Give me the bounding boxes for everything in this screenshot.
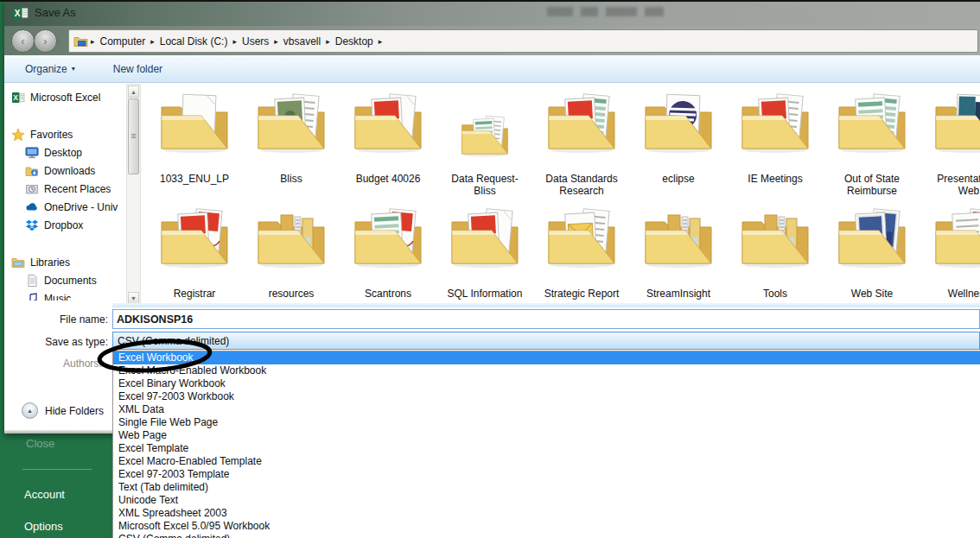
save-as-screen: Close Account Options X Save As ‹ › ▾ bbox=[0, 0, 980, 538]
folder-icon bbox=[445, 86, 525, 166]
folder-item-tools[interactable]: Tools bbox=[727, 201, 824, 300]
filetype-option-excel-97-2003-workbook[interactable]: Excel 97-2003 Workbook bbox=[113, 390, 980, 403]
breadcrumb-item-desktop[interactable]: Desktop bbox=[331, 35, 378, 47]
sidebar-item-onedrive-univ[interactable]: OneDrive - Univ bbox=[11, 198, 124, 216]
sidebar-item-label: Libraries bbox=[30, 256, 70, 269]
filetype-option-xml-spreadsheet-2003[interactable]: XML Spreadsheet 2003 bbox=[113, 507, 980, 520]
folder-label: IE Meetings bbox=[732, 173, 818, 185]
sidebar-item-label: OneDrive - Univ bbox=[44, 201, 118, 213]
folder-icon bbox=[639, 86, 718, 166]
downloads-icon bbox=[25, 164, 39, 178]
folder-item-sql-information[interactable]: SQL Information bbox=[436, 201, 533, 300]
folder-item-wellness[interactable]: Wellness bbox=[920, 201, 980, 300]
folder-item-1033-enu-lp[interactable]: 1033_ENU_LP bbox=[146, 86, 243, 185]
list-form-separator bbox=[112, 303, 980, 307]
folder-label: Strategic Report bbox=[538, 288, 625, 300]
filetype-option-single-file-web-page[interactable]: Single File Web Page bbox=[113, 416, 980, 429]
folder-icon bbox=[735, 201, 815, 281]
folder-item-data-request-bliss[interactable]: Data Request-Bliss bbox=[436, 86, 533, 197]
backstage-item-account[interactable]: Account bbox=[24, 488, 65, 501]
folder-icon bbox=[542, 201, 621, 281]
address-bar-row: ‹ › ▾ ▸Computer▸Local Disk (C:)▸Users▸vb… bbox=[4, 26, 980, 55]
scroll-down-icon[interactable]: ▼ bbox=[128, 292, 139, 304]
folder-label: Data Request-Bliss bbox=[442, 173, 528, 197]
svg-text:X: X bbox=[15, 9, 21, 18]
save-as-type-combobox[interactable]: CSV (Comma delimited) bbox=[112, 332, 980, 350]
sidebar-spacer bbox=[11, 234, 124, 253]
sidebar-item-music[interactable]: Music bbox=[11, 289, 124, 301]
filetype-option-web-page[interactable]: Web Page bbox=[113, 429, 980, 442]
folder-item-streaminsight[interactable]: StreamInsight bbox=[630, 201, 727, 300]
folder-label: Tools bbox=[732, 288, 818, 300]
music-icon bbox=[25, 292, 39, 301]
filetype-option-csv-comma-delimited[interactable]: CSV (Comma delimited) bbox=[113, 533, 980, 538]
breadcrumb[interactable]: ▸Computer▸Local Disk (C:)▸Users▸vbsavell… bbox=[68, 29, 978, 53]
scrollbar-thumb[interactable] bbox=[128, 98, 139, 174]
sidebar-item-favorites[interactable]: Favorites bbox=[11, 125, 124, 143]
backstage-item-close: Close bbox=[26, 437, 54, 450]
sidebar-item-desktop[interactable]: Desktop bbox=[11, 143, 124, 161]
breadcrumb-item-local-disk-c[interactable]: Local Disk (C:) bbox=[156, 35, 232, 47]
folder-item-resources[interactable]: resources bbox=[243, 201, 340, 300]
folder-item-budget-40026[interactable]: Budget 40026 bbox=[340, 86, 436, 185]
folder-item-registrar[interactable]: Registrar bbox=[146, 201, 243, 300]
folder-icon bbox=[348, 86, 428, 166]
filetype-option-excel-template[interactable]: Excel Template bbox=[113, 442, 980, 455]
sidebar-item-label: Dropbox bbox=[44, 219, 83, 231]
folder-item-web-site[interactable]: Web Site bbox=[824, 201, 920, 300]
folder-item-presentations-web[interactable]: Presentations Web bbox=[920, 86, 980, 197]
scroll-up-icon[interactable]: ▲ bbox=[128, 85, 139, 98]
recent-pages-dropdown-icon[interactable]: ▾ bbox=[57, 37, 60, 45]
folder-label: SQL Information bbox=[442, 288, 528, 300]
backstage-item-options[interactable]: Options bbox=[24, 520, 63, 533]
sidebar-item-libraries[interactable]: Libraries bbox=[11, 253, 124, 271]
breadcrumb-separator-icon: ▸ bbox=[378, 37, 384, 46]
folder-label: Presentations Web bbox=[926, 173, 980, 197]
folder-icon bbox=[251, 86, 331, 166]
sidebar-item-microsoft-excel[interactable]: XMicrosoft Excel bbox=[11, 88, 124, 106]
organize-label: Organize bbox=[25, 63, 67, 75]
folder-item-bliss[interactable]: Bliss bbox=[243, 86, 340, 185]
organize-button[interactable]: Organize ▾ bbox=[25, 63, 75, 75]
sidebar-scrollbar[interactable]: ▲ ▼ bbox=[126, 84, 141, 306]
folder-item-scantrons[interactable]: Scantrons bbox=[340, 201, 436, 300]
document-icon bbox=[25, 274, 39, 288]
file-name-input[interactable] bbox=[112, 309, 980, 329]
folder-item-out-of-state-reimburse[interactable]: Out of State Reimburse bbox=[824, 86, 920, 197]
folder-label: Web Site bbox=[829, 288, 915, 300]
folder-icon bbox=[639, 201, 718, 281]
filetype-option-text-tab-delimited[interactable]: Text (Tab delimited) bbox=[113, 481, 980, 494]
folder-item-eclipse[interactable]: eclipse bbox=[630, 86, 727, 185]
monitor-icon bbox=[25, 146, 39, 160]
dropbox-icon bbox=[25, 218, 39, 232]
backstage-divider bbox=[22, 469, 92, 470]
forward-button[interactable]: › bbox=[34, 29, 57, 53]
back-button[interactable]: ‹ bbox=[11, 29, 35, 53]
hide-folders-button[interactable]: ▲ Hide Folders bbox=[22, 402, 104, 419]
filetype-option-excel-workbook[interactable]: Excel Workbook bbox=[113, 351, 980, 364]
folder-label: Registrar bbox=[151, 288, 238, 300]
sidebar-item-label: Microsoft Excel bbox=[30, 92, 100, 104]
filetype-option-excel-binary-workbook[interactable]: Excel Binary Workbook bbox=[113, 377, 980, 390]
filetype-option-unicode-text[interactable]: Unicode Text bbox=[113, 494, 980, 507]
sidebar-item-documents[interactable]: Documents bbox=[11, 271, 124, 289]
filetype-option-microsoft-excel-5-0-95-workbook[interactable]: Microsoft Excel 5.0/95 Workbook bbox=[113, 520, 980, 533]
breadcrumb-item-computer[interactable]: Computer bbox=[96, 35, 150, 47]
filetype-option-excel-97-2003-template[interactable]: Excel 97-2003 Template bbox=[113, 468, 980, 481]
new-folder-button[interactable]: New folder bbox=[113, 63, 162, 75]
breadcrumb-item-vbsavell[interactable]: vbsavell bbox=[279, 35, 325, 47]
sidebar-item-dropbox[interactable]: Dropbox bbox=[11, 216, 124, 234]
folder-label: Bliss bbox=[248, 173, 334, 185]
filetype-option-excel-macro-enabled-template[interactable]: Excel Macro-Enabled Template bbox=[113, 455, 980, 468]
sidebar-item-downloads[interactable]: Downloads bbox=[11, 161, 124, 180]
sidebar-item-recent-places[interactable]: Recent Places bbox=[11, 180, 124, 198]
filetype-option-xml-data[interactable]: XML Data bbox=[113, 403, 980, 416]
folder-icon bbox=[832, 86, 912, 166]
filetype-option-excel-macro-enabled-workbook[interactable]: Excel Macro-Enabled Workbook bbox=[113, 364, 980, 377]
breadcrumb-item-users[interactable]: Users bbox=[238, 35, 273, 47]
folder-item-data-standards-research[interactable]: Data Standards Research bbox=[533, 86, 630, 197]
folder-label: Wellness bbox=[926, 288, 980, 300]
file-list: 1033_ENU_LPBlissBudget 40026Data Request… bbox=[141, 84, 980, 307]
folder-item-strategic-report[interactable]: Strategic Report bbox=[533, 201, 630, 300]
folder-item-ie-meetings[interactable]: IE Meetings bbox=[727, 86, 824, 185]
